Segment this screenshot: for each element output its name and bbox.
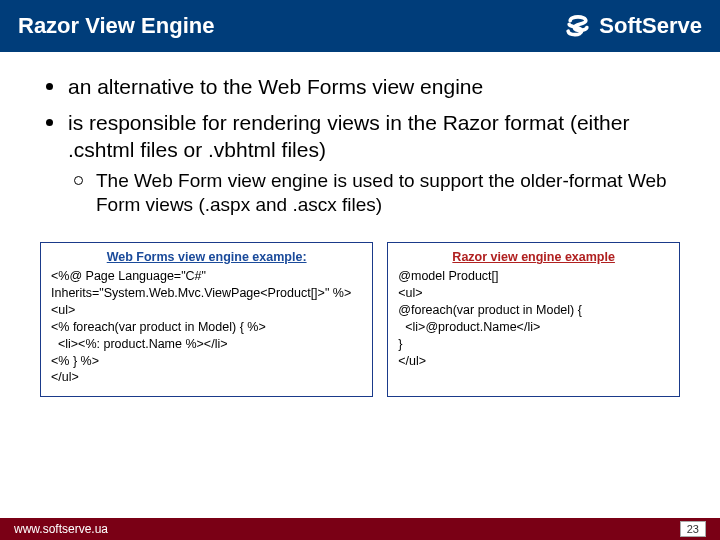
webforms-example-title: Web Forms view engine example: [51, 249, 362, 266]
sub-bullet-text: The Web Form view engine is used to supp… [96, 170, 667, 215]
list-item: The Web Form view engine is used to supp… [68, 169, 680, 217]
razor-example-box: Razor view engine example @model Product… [387, 242, 680, 397]
list-item: is responsible for rendering views in th… [40, 110, 680, 216]
webforms-example-box: Web Forms view engine example: <%@ Page … [40, 242, 373, 397]
razor-example-code: @model Product[] <ul> @foreach(var produ… [398, 268, 669, 369]
slide-footer: www.softserve.ua 23 [0, 518, 720, 540]
brand-logo: SoftServe [565, 13, 702, 39]
bullet-list: an alternative to the Web Forms view eng… [40, 74, 680, 216]
razor-example-title: Razor view engine example [398, 249, 669, 266]
sub-list: The Web Form view engine is used to supp… [68, 169, 680, 217]
bullet-text: is responsible for rendering views in th… [68, 111, 629, 160]
slide-content: an alternative to the Web Forms view eng… [0, 52, 720, 397]
list-item: an alternative to the Web Forms view eng… [40, 74, 680, 100]
slide-title: Razor View Engine [18, 13, 214, 39]
softserve-icon [565, 13, 591, 39]
footer-url: www.softserve.ua [14, 522, 108, 536]
bullet-text: an alternative to the Web Forms view eng… [68, 75, 483, 98]
code-examples-row: Web Forms view engine example: <%@ Page … [40, 242, 680, 397]
page-number: 23 [680, 521, 706, 537]
webforms-example-code: <%@ Page Language="C#" Inherits="System.… [51, 268, 362, 386]
slide-header: Razor View Engine SoftServe [0, 0, 720, 52]
brand-name: SoftServe [599, 13, 702, 39]
